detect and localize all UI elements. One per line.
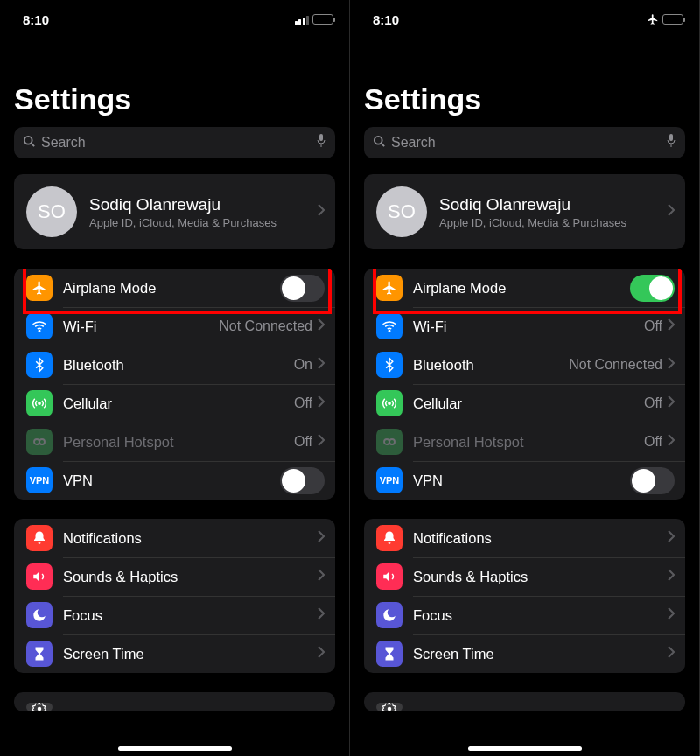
profile-group: SO Sodiq Olanrewaju Apple ID, iCloud, Me… <box>14 174 335 249</box>
row-bluetooth[interactable]: Bluetooth On <box>14 346 335 384</box>
hotspot-label: Personal Hotspot <box>413 434 644 451</box>
wifi-value: Off <box>644 318 662 334</box>
svg-point-0 <box>24 136 32 144</box>
chevron-right-icon <box>668 607 675 623</box>
row-airplane-mode[interactable]: Airplane Mode <box>14 269 335 307</box>
mic-icon[interactable] <box>316 133 326 152</box>
notifications-icon <box>376 525 402 551</box>
wifi-value: Not Connected <box>219 318 312 334</box>
vpn-icon: VPN <box>376 467 402 494</box>
bluetooth-value: Not Connected <box>569 357 662 373</box>
screentime-label: Screen Time <box>63 646 318 662</box>
bluetooth-label: Bluetooth <box>63 357 294 374</box>
chevron-right-icon <box>318 357 325 373</box>
sounds-icon <box>26 564 52 590</box>
chevron-right-icon <box>668 318 675 334</box>
battery-icon <box>312 14 333 24</box>
chevron-right-icon <box>668 434 675 450</box>
svg-rect-11 <box>669 134 673 141</box>
svg-rect-2 <box>319 134 323 141</box>
battery-icon <box>662 14 683 24</box>
chevron-right-icon <box>318 646 325 662</box>
status-time: 8:10 <box>373 12 399 27</box>
svg-line-1 <box>31 143 34 146</box>
row-airplane-mode[interactable]: Airplane Mode <box>364 269 685 307</box>
sounds-label: Sounds & Haptics <box>413 569 668 585</box>
status-right <box>295 14 334 24</box>
screentime-label: Screen Time <box>413 646 668 662</box>
row-screentime[interactable]: Screen Time <box>14 634 335 673</box>
row-focus[interactable]: Focus <box>14 596 335 634</box>
profile-sub: Apple ID, iCloud, Media & Purchases <box>439 216 668 229</box>
row-notifications[interactable]: Notifications <box>14 519 335 557</box>
row-screentime[interactable]: Screen Time <box>364 634 685 673</box>
row-sounds[interactable]: Sounds & Haptics <box>14 557 335 596</box>
search-input[interactable]: Search <box>14 127 335 158</box>
hotspot-label: Personal Hotspot <box>63 434 294 451</box>
svg-point-17 <box>388 707 392 711</box>
svg-point-7 <box>39 439 45 444</box>
chevron-right-icon <box>668 530 675 546</box>
row-focus[interactable]: Focus <box>364 596 685 634</box>
row-cellular[interactable]: Cellular Off <box>364 384 685 423</box>
row-wifi[interactable]: Wi-Fi Not Connected <box>14 307 335 346</box>
chevron-right-icon <box>668 357 675 373</box>
profile-row[interactable]: SO Sodiq Olanrewaju Apple ID, iCloud, Me… <box>14 174 335 249</box>
airplane-icon <box>26 275 52 301</box>
row-vpn[interactable]: VPN VPN <box>364 461 685 500</box>
cellular-signal-icon <box>295 14 310 24</box>
row-hotspot[interactable]: Personal Hotspot Off <box>364 423 685 461</box>
row-hotspot[interactable]: Personal Hotspot Off <box>14 423 335 461</box>
wifi-label: Wi-Fi <box>63 318 219 335</box>
profile-group: SO Sodiq Olanrewaju Apple ID, iCloud, Me… <box>364 174 685 249</box>
vpn-toggle[interactable] <box>280 467 325 494</box>
mic-icon[interactable] <box>666 133 676 152</box>
row-cellular[interactable]: Cellular Off <box>14 384 335 423</box>
home-indicator[interactable] <box>468 746 582 751</box>
home-indicator[interactable] <box>118 746 232 751</box>
connectivity-group: Airplane Mode Wi-Fi Off Bluetooth Not Co… <box>364 269 685 500</box>
cellular-label: Cellular <box>63 396 294 412</box>
bluetooth-icon <box>376 352 402 378</box>
vpn-toggle[interactable] <box>630 467 675 494</box>
focus-icon <box>26 602 52 628</box>
row-general-partial[interactable] <box>14 692 335 711</box>
airplane-label: Airplane Mode <box>63 280 280 297</box>
bluetooth-label: Bluetooth <box>413 357 569 374</box>
airplane-toggle[interactable] <box>630 275 675 302</box>
row-bluetooth[interactable]: Bluetooth Not Connected <box>364 346 685 384</box>
svg-point-5 <box>38 402 40 404</box>
search-input[interactable]: Search <box>364 127 685 158</box>
hotspot-value: Off <box>294 434 312 450</box>
airplane-toggle[interactable] <box>280 275 325 302</box>
wifi-icon <box>26 313 52 340</box>
profile-name: Sodiq Olanrewaju <box>439 195 668 214</box>
chevron-right-icon <box>668 569 675 584</box>
chevron-right-icon <box>318 396 325 411</box>
chevron-right-icon <box>668 204 675 220</box>
focus-label: Focus <box>413 607 668 624</box>
chevron-right-icon <box>318 204 325 220</box>
sounds-label: Sounds & Haptics <box>63 569 318 585</box>
general-icon <box>26 703 52 711</box>
cellular-value: Off <box>644 396 662 411</box>
row-sounds[interactable]: Sounds & Haptics <box>364 557 685 596</box>
notifications-label: Notifications <box>63 530 318 547</box>
chevron-right-icon <box>668 646 675 662</box>
hotspot-icon <box>26 429 52 455</box>
row-wifi[interactable]: Wi-Fi Off <box>364 307 685 346</box>
focus-icon <box>376 602 402 628</box>
page-header: Settings <box>0 38 349 123</box>
svg-line-10 <box>381 143 384 146</box>
screentime-icon <box>26 640 52 667</box>
hotspot-value: Off <box>644 434 662 450</box>
phone-left: 8:10 Settings Search SO Sodiq Olanrewaju… <box>0 0 350 756</box>
vpn-icon: VPN <box>26 467 52 494</box>
profile-row[interactable]: SO Sodiq Olanrewaju Apple ID, iCloud, Me… <box>364 174 685 249</box>
cellular-icon <box>376 390 402 416</box>
row-general-partial[interactable] <box>364 692 685 711</box>
screentime-icon <box>376 640 402 667</box>
status-time: 8:10 <box>23 12 49 27</box>
row-notifications[interactable]: Notifications <box>364 519 685 557</box>
row-vpn[interactable]: VPN VPN <box>14 461 335 500</box>
